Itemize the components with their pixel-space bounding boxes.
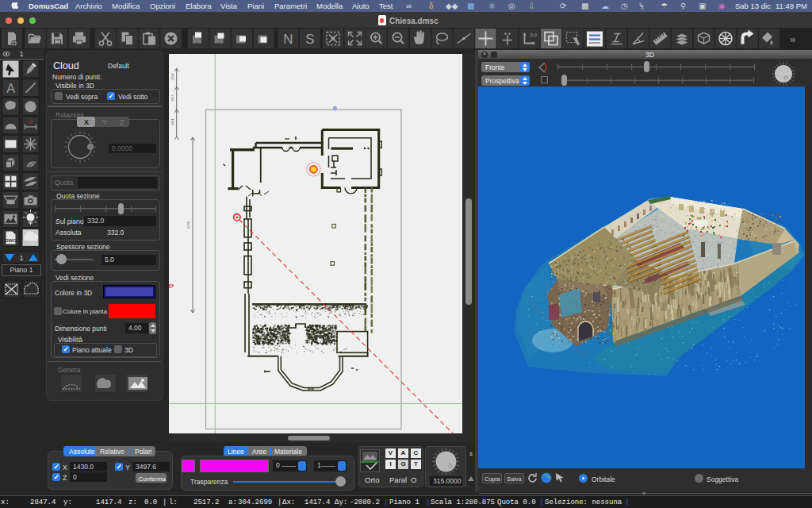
svg-text:DWG: DWG [5,238,17,243]
svg-text:223.1: 223.1 [171,73,174,80]
svg-text:292.2: 292.2 [171,94,174,102]
svg-text:N: N [283,32,293,47]
svg-text:0,0: 0,0 [530,33,538,37]
svg-text:1: 1 [20,50,24,58]
svg-text:17.00: 17.00 [187,221,190,229]
svg-text:A: A [6,82,15,95]
svg-text:319.1: 319.1 [171,118,174,125]
svg-text:»: » [790,33,795,45]
svg-text:1: 1 [19,254,23,262]
svg-text:Piano 1: Piano 1 [10,266,33,274]
svg-text:S: S [305,32,314,47]
